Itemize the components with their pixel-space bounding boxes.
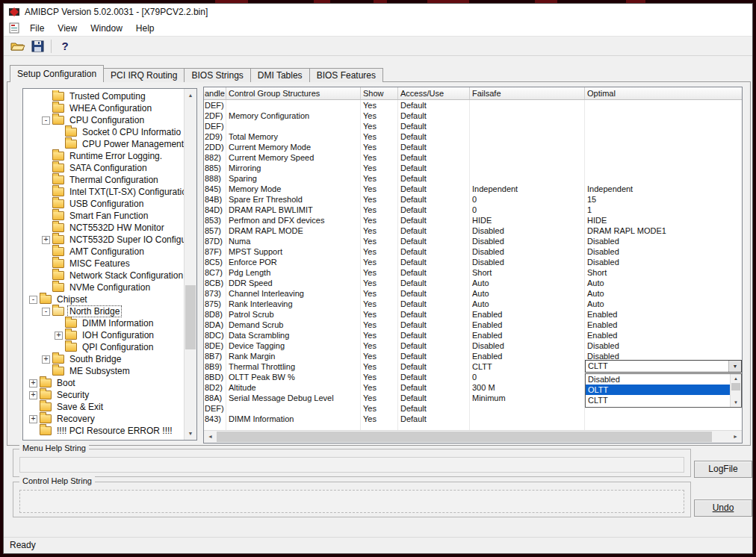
table-row[interactable] bbox=[204, 424, 742, 430]
expand-plus-icon[interactable]: + bbox=[42, 236, 50, 244]
tree-item[interactable]: NVMe Configuration bbox=[23, 281, 184, 293]
tree-item[interactable]: Save & Exit bbox=[23, 401, 184, 413]
collapse-minus-icon[interactable]: - bbox=[42, 116, 50, 125]
tree-item[interactable]: USB Configuration bbox=[23, 198, 184, 210]
tree-item[interactable]: +Security bbox=[23, 389, 184, 401]
tree-item[interactable]: -North Bridge bbox=[23, 305, 184, 317]
tree-item[interactable]: CPU Power Management bbox=[23, 138, 184, 150]
tree-item[interactable]: QPI Configuration bbox=[23, 341, 184, 353]
tree-item[interactable]: +Recovery bbox=[23, 413, 184, 425]
tree-item[interactable]: SATA Configuration bbox=[23, 162, 184, 174]
table-row[interactable]: 8DE)Device TaggingYesDefaultDisabledDisa… bbox=[204, 340, 742, 351]
scroll-up-icon[interactable]: ▲ bbox=[731, 374, 741, 383]
expand-plus-icon[interactable]: + bbox=[29, 391, 37, 399]
table-row[interactable]: 8C5)Enforce PORYesDefaultDisabledDisable… bbox=[204, 257, 742, 267]
dropdown-option[interactable]: OLTT bbox=[586, 385, 730, 395]
tree-item[interactable]: DIMM Information bbox=[23, 317, 184, 329]
tree-item[interactable]: MISC Features bbox=[23, 258, 184, 270]
expand-plus-icon[interactable]: + bbox=[29, 415, 37, 423]
dropdown-option[interactable]: CLTT bbox=[586, 395, 730, 405]
tab-pci-irq-routing[interactable]: PCI IRQ Routing bbox=[104, 68, 185, 82]
combobox-dropdown-button[interactable]: ▼ bbox=[728, 361, 741, 372]
tree-item[interactable]: AMT Configuration bbox=[23, 246, 184, 258]
tree-item[interactable]: Trusted Computing bbox=[23, 90, 184, 102]
menu-view[interactable]: View bbox=[51, 22, 84, 35]
scroll-down-icon[interactable]: ▼ bbox=[185, 427, 196, 440]
collapse-minus-icon[interactable]: - bbox=[29, 296, 37, 304]
tree-vertical-scrollbar[interactable]: ▲ ▼ bbox=[184, 89, 196, 440]
menu-help-text-area[interactable] bbox=[19, 457, 684, 473]
tree-item[interactable]: Intel TXT(LT-SX) Configuratio bbox=[23, 186, 184, 198]
tree-item[interactable]: +Boot bbox=[23, 377, 184, 389]
table-row[interactable]: 885)MirroringYesDefault bbox=[204, 163, 742, 173]
tree-item[interactable]: ME Subsystem bbox=[23, 365, 184, 377]
scrollbar-thumb[interactable] bbox=[185, 285, 196, 349]
table-row[interactable]: 8C7)Pdg LengthYesDefaultShortShort bbox=[204, 267, 742, 278]
menu-window[interactable]: Window bbox=[84, 22, 129, 35]
table-row[interactable]: 8DC)Data ScramblingYesDefaultEnabledEnab… bbox=[204, 330, 742, 340]
tree-item[interactable]: Network Stack Configuration bbox=[23, 270, 184, 281]
expand-plus-icon[interactable]: + bbox=[29, 379, 37, 388]
tree-item[interactable]: Runtime Error Logging. bbox=[23, 150, 184, 162]
column-header-failsafe[interactable]: Failsafe bbox=[470, 87, 585, 99]
tab-bios-strings[interactable]: BIOS Strings bbox=[185, 68, 250, 82]
tree-item[interactable]: Socket 0 CPU Informatio bbox=[23, 126, 184, 138]
table-row[interactable]: 873)Channel InterleavingYesDefaultAutoAu… bbox=[204, 288, 742, 299]
table-row[interactable]: 2DD)Current Memory ModeYesDefault bbox=[204, 142, 742, 152]
undo-button[interactable]: Undo bbox=[694, 500, 752, 517]
save-button[interactable] bbox=[28, 38, 47, 55]
tab-dmi-tables[interactable]: DMI Tables bbox=[251, 68, 310, 82]
table-row[interactable]: 2DF)Memory ConfigurationYesDefault bbox=[204, 111, 742, 121]
table-row[interactable]: 84B)Spare Err ThresholdYesDefault015 bbox=[204, 194, 742, 205]
column-header-control-group-structures[interactable]: Control Group Structures bbox=[226, 87, 361, 99]
table-row[interactable]: 888)SparingYesDefault bbox=[204, 173, 742, 184]
tree-item[interactable]: NCT5532D HW Monitor bbox=[23, 222, 184, 234]
open-file-button[interactable] bbox=[8, 38, 28, 55]
table-row[interactable]: 84D)DRAM RAPL BWLIMITYesDefault01 bbox=[204, 205, 742, 215]
expand-plus-icon[interactable]: + bbox=[42, 355, 50, 364]
menu-file[interactable]: File bbox=[23, 22, 51, 35]
tree-item[interactable]: !!!! PCI Resource ERROR !!!! bbox=[23, 425, 184, 437]
column-header-optimal[interactable]: Optimal bbox=[585, 87, 742, 99]
table-row[interactable]: 8CB)DDR SpeedYesDefaultAutoAuto bbox=[204, 278, 742, 288]
tree-item[interactable]: Thermal Configuration bbox=[23, 174, 184, 186]
menu-help[interactable]: Help bbox=[129, 22, 161, 35]
scroll-left-icon[interactable]: ◄ bbox=[204, 431, 217, 443]
table-row[interactable]: 853)Perfmon and DFX devicesYesDefaultHID… bbox=[204, 215, 742, 225]
tree-item[interactable]: +NCT5532D Super IO Configu bbox=[23, 234, 184, 246]
column-header-access-use[interactable]: Access/Use bbox=[398, 87, 470, 99]
table-row[interactable]: DEF)YesDefault bbox=[204, 121, 742, 131]
scroll-up-icon[interactable]: ▲ bbox=[185, 89, 196, 102]
table-row[interactable]: 843)DIMM InformationYesDefault bbox=[204, 414, 742, 424]
scroll-down-icon[interactable]: ▼ bbox=[731, 398, 741, 407]
column-header-show[interactable]: Show bbox=[361, 87, 398, 99]
tab-setup-configuration[interactable]: Setup Configuration bbox=[10, 65, 104, 82]
table-row[interactable]: DEF)YesDefault bbox=[204, 100, 742, 111]
table-row[interactable]: 87F)MPST SupportYesDefaultDisabledDisabl… bbox=[204, 246, 742, 257]
column-header-handle[interactable]: andle bbox=[204, 87, 226, 99]
table-row[interactable]: 875)Rank InterleavingYesDefaultAutoAuto bbox=[204, 299, 742, 309]
scroll-right-icon[interactable]: ► bbox=[729, 431, 742, 443]
grid-horizontal-scrollbar[interactable]: ◄ ► bbox=[204, 430, 742, 443]
tree-item[interactable]: -Chipset bbox=[23, 293, 184, 305]
table-row[interactable]: 845)Memory ModeYesDefaultIndependentInde… bbox=[204, 184, 742, 194]
expand-plus-icon[interactable]: + bbox=[55, 332, 63, 340]
table-row[interactable]: 8DA)Demand ScrubYesDefaultEnabledEnabled bbox=[204, 320, 742, 330]
collapse-minus-icon[interactable]: - bbox=[42, 308, 50, 316]
table-row[interactable]: 882)Current Memory SpeedYesDefault bbox=[204, 152, 742, 163]
table-row[interactable]: 857)DRAM RAPL MODEYesDefaultDisabledDRAM… bbox=[204, 225, 742, 236]
tree-item[interactable]: +South Bridge bbox=[23, 353, 184, 365]
tree-item[interactable]: Smart Fan Function bbox=[23, 210, 184, 222]
help-button[interactable]: ? bbox=[55, 38, 75, 55]
logfile-button[interactable]: LogFile bbox=[694, 461, 752, 478]
dropdown-scrollbar[interactable]: ▲ ▼ bbox=[730, 374, 741, 407]
tab-bios-features[interactable]: BIOS Features bbox=[310, 68, 383, 82]
dropdown-option[interactable]: Disabled bbox=[586, 374, 730, 385]
scrollbar-thumb[interactable] bbox=[731, 383, 740, 390]
control-help-text-area[interactable] bbox=[19, 490, 684, 513]
tree-item[interactable]: -CPU Configuration bbox=[23, 114, 184, 126]
table-row[interactable]: 87D)NumaYesDefaultDisabledDisabled bbox=[204, 236, 742, 246]
table-row[interactable]: 2D9)Total MemoryYesDefault bbox=[204, 131, 742, 142]
scrollbar-thumb[interactable] bbox=[217, 432, 712, 442]
tree-item[interactable]: WHEA Configuration bbox=[23, 102, 184, 114]
